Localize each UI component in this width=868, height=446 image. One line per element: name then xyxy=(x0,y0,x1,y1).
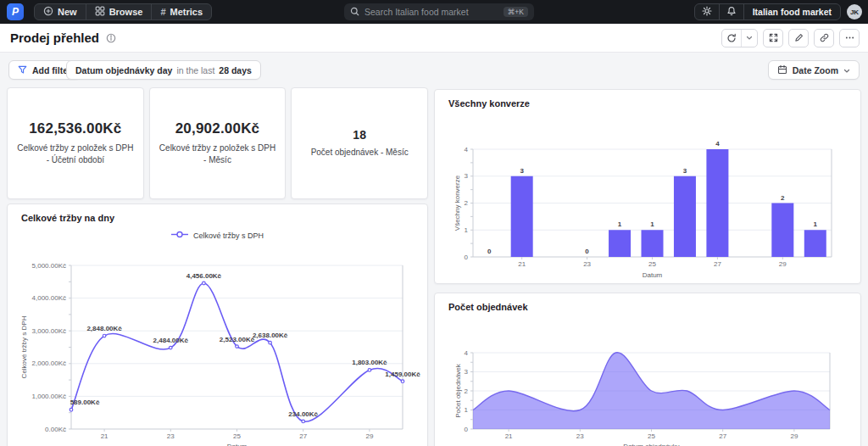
dashboard-screen: P New Browse # Metrics Search Italian fo… xyxy=(0,0,868,446)
page-header: Prodej přehled xyxy=(0,24,868,53)
svg-text:Datum: Datum xyxy=(643,271,663,279)
workspace-name[interactable]: Italian food market xyxy=(743,4,840,20)
ellipsis-icon xyxy=(845,31,854,46)
search-icon xyxy=(350,4,359,20)
svg-text:4: 4 xyxy=(465,146,469,153)
svg-text:1,803.00Kč: 1,803.00Kč xyxy=(352,359,387,366)
svg-text:5,000.00Kč: 5,000.00Kč xyxy=(32,262,66,270)
user-avatar[interactable]: JK xyxy=(847,4,862,20)
nav-new-label: New xyxy=(58,7,77,17)
svg-text:1: 1 xyxy=(465,226,469,234)
kpi-card-revenue-month[interactable]: 20,902.00Kč Celkové tržby z položek s DP… xyxy=(149,87,287,199)
refresh-caret[interactable] xyxy=(741,30,757,47)
svg-text:589.00Kč: 589.00Kč xyxy=(70,399,100,406)
search-input[interactable]: Search Italian food market ⌘+K xyxy=(344,3,534,20)
nav-metrics-button[interactable]: # Metrics xyxy=(151,4,211,20)
refresh-split-button[interactable] xyxy=(721,29,758,47)
svg-text:2,484.00Kč: 2,484.00Kč xyxy=(153,337,189,344)
pencil-icon xyxy=(794,31,804,46)
svg-text:23: 23 xyxy=(583,260,591,268)
svg-text:0: 0 xyxy=(585,248,589,255)
svg-text:23: 23 xyxy=(576,432,584,440)
svg-text:0.00Kč: 0.00Kč xyxy=(45,426,66,433)
panel-revenue-by-day-chart[interactable]: Celkové tržby na dny Celkové tržby s DPH… xyxy=(7,203,428,446)
svg-text:3: 3 xyxy=(683,167,687,175)
filter-bar: Add filter Datum objednávky day in the l… xyxy=(0,53,868,87)
new-icon xyxy=(43,6,53,18)
svg-text:29: 29 xyxy=(779,260,787,268)
nav-browse-button[interactable]: Browse xyxy=(86,4,152,20)
search-shortcut-badge: ⌘+K xyxy=(504,7,528,17)
svg-text:2: 2 xyxy=(781,194,785,202)
date-zoom-button[interactable]: Date Zoom xyxy=(768,60,860,80)
kpi-card-row: 162,536.00Kč Celkové tržby z položek s D… xyxy=(7,87,428,199)
svg-text:1: 1 xyxy=(650,220,654,228)
svg-text:Datum objednávky: Datum objednávky xyxy=(623,443,679,446)
nav-metrics-label: Metrics xyxy=(170,7,203,17)
svg-text:0: 0 xyxy=(487,248,492,255)
svg-text:Datum: Datum xyxy=(227,443,248,446)
kpi-card-revenue-period[interactable]: 162,536.00Kč Celkové tržby z položek s D… xyxy=(7,87,144,199)
date-filter-chip[interactable]: Datum objednávky day in the last 28 days xyxy=(66,60,261,80)
kpi-value: 20,902.00Kč xyxy=(175,120,260,137)
svg-text:21: 21 xyxy=(505,432,513,440)
search-placeholder: Search Italian food market xyxy=(364,7,498,17)
svg-text:2,638.00Kč: 2,638.00Kč xyxy=(253,332,288,339)
info-icon[interactable] xyxy=(106,33,116,43)
nav-new-button[interactable]: New xyxy=(35,4,86,20)
more-options-button[interactable] xyxy=(839,29,860,47)
share-link-button[interactable] xyxy=(814,29,834,47)
panel-order-count-chart[interactable]: Počet objednávek 01234Počet objednávekDa… xyxy=(434,293,861,446)
nav-button-group: New Browse # Metrics xyxy=(34,3,212,20)
svg-text:4,456.00Kč: 4,456.00Kč xyxy=(186,272,222,280)
notifications-button[interactable] xyxy=(719,4,743,20)
header-toolbar xyxy=(721,29,860,47)
bell-icon xyxy=(726,4,737,20)
svg-text:2: 2 xyxy=(465,199,469,207)
svg-text:2,000.00Kč: 2,000.00Kč xyxy=(32,360,66,367)
hash-icon: # xyxy=(160,7,165,17)
topbar-right-group: Italian food market xyxy=(694,3,841,20)
svg-text:1: 1 xyxy=(465,406,469,414)
svg-text:27: 27 xyxy=(714,260,721,268)
refresh-icon[interactable] xyxy=(722,30,741,47)
svg-text:23: 23 xyxy=(167,432,175,440)
grid-icon xyxy=(95,6,105,18)
filter-value: 28 days xyxy=(219,65,252,75)
kpi-value: 18 xyxy=(353,128,366,142)
svg-text:1,459.00Kč: 1,459.00Kč xyxy=(385,371,420,378)
filter-connector: in the last xyxy=(176,65,214,75)
kpi-label: Celkové tržby z položek s DPH - Účetní o… xyxy=(16,142,135,166)
app-logo[interactable]: P xyxy=(7,3,24,20)
settings-button[interactable] xyxy=(695,4,719,20)
edit-button[interactable] xyxy=(788,29,809,47)
svg-text:Všechny konverze: Všechny konverze xyxy=(453,175,461,231)
svg-text:1: 1 xyxy=(814,220,818,228)
calendar-icon xyxy=(777,64,787,76)
date-zoom-label: Date Zoom xyxy=(793,65,838,75)
svg-text:25: 25 xyxy=(233,432,241,440)
chevron-down-icon xyxy=(843,65,850,75)
funnel-icon xyxy=(18,65,27,75)
svg-text:0: 0 xyxy=(465,254,469,261)
fullscreen-button[interactable] xyxy=(763,29,783,47)
svg-text:3: 3 xyxy=(465,368,469,376)
svg-text:4,000.00Kč: 4,000.00Kč xyxy=(32,294,66,302)
svg-text:3,000.00Kč: 3,000.00Kč xyxy=(32,327,66,335)
svg-text:3: 3 xyxy=(465,172,469,180)
kpi-card-orders-month[interactable]: 18 Počet objednávek - Měsíc xyxy=(291,87,428,199)
link-icon xyxy=(820,31,829,46)
orders-area-chart: 01234Počet objednávekDatum objednávky212… xyxy=(435,293,862,446)
nav-browse-label: Browse xyxy=(109,7,143,17)
kpi-label: Počet objednávek - Měsíc xyxy=(311,147,409,159)
svg-text:21: 21 xyxy=(518,260,526,268)
svg-text:234.00Kč: 234.00Kč xyxy=(288,410,318,418)
revenue-line-chart: 0.00Kč1,000.00Kč2,000.00Kč3,000.00Kč4,00… xyxy=(8,204,429,446)
svg-text:29: 29 xyxy=(365,432,373,440)
svg-text:27: 27 xyxy=(719,432,726,440)
filter-field: Datum objednávky day xyxy=(75,65,172,75)
svg-text:25: 25 xyxy=(648,432,655,440)
svg-text:25: 25 xyxy=(648,260,656,268)
page-title: Prodej přehled xyxy=(10,31,99,45)
panel-conversions-chart[interactable]: Všechny konverze 01234Všechny konverzeDa… xyxy=(434,89,861,284)
